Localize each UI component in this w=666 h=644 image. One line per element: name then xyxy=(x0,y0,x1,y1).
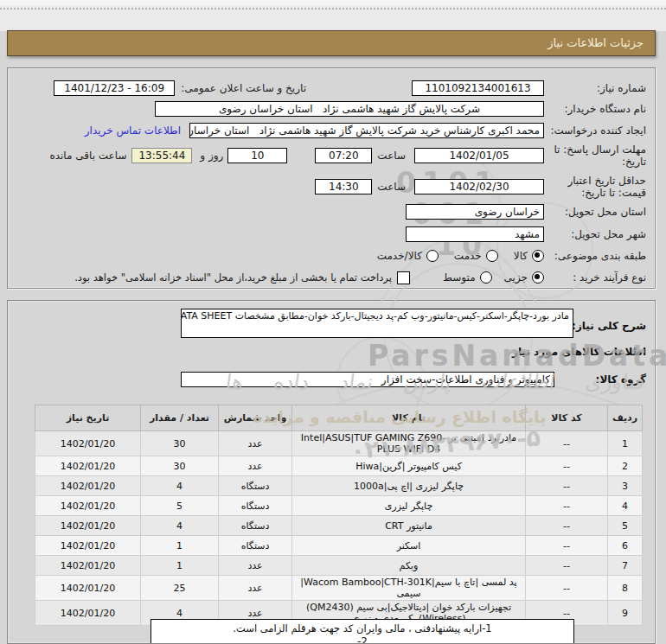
goods-group-field[interactable]: کامپیوتر و فناوری اطلاعات-سخت افزار xyxy=(181,372,554,387)
item-code-cell: -- xyxy=(526,431,608,456)
table-row: 2 -- کیس کامپیوتر |گرین|Hiwa عدد 30 1402… xyxy=(35,456,643,476)
need-date-cell: 1402/01/20 xyxy=(35,601,141,626)
province-field[interactable]: خراسان رضوی xyxy=(406,204,544,220)
medium-radio[interactable] xyxy=(480,271,492,284)
need-number-label: شماره نیاز: xyxy=(544,82,646,94)
radio-option-medium: متوسط xyxy=(443,271,492,284)
items-table: ردیف کد کالا نام کالا واحد شمارش تعداد /… xyxy=(35,405,643,626)
need-date-cell: 1402/01/20 xyxy=(35,576,141,601)
announce-datetime-field[interactable]: 1401/12/23 - 16:09 xyxy=(54,80,175,96)
deadline-row: مهلت ارسال پاسخ: تا تاریخ: 1402/01/05 سا… xyxy=(16,141,646,170)
need-number-field[interactable]: 1101092134001613 xyxy=(412,80,544,96)
deadline-date-field[interactable]: 1402/01/05 xyxy=(414,148,544,163)
top-strip xyxy=(0,0,666,31)
need-details-page: { "page": { "title": "جزئیات اطلاعات نیا… xyxy=(0,0,666,644)
table-row: 7 -- وبکم عدد 1 1402/01/20 xyxy=(35,556,643,576)
need-date-cell: 1402/01/20 xyxy=(35,431,141,456)
announce-datetime-label: تاریخ و ساعت اعلان عمومی: xyxy=(181,82,306,94)
creator-row: ایجاد کننده درخواست: محمد اکبری کارشناس … xyxy=(16,122,646,139)
radio-option-service: خدمت xyxy=(454,250,498,262)
item-name-cell: چاپگر لیزری |اچ پی|1000a xyxy=(292,476,526,496)
note-line-2: 2- xyxy=(151,635,573,644)
note-line-1: 1-ارایه پیشنهادفنی ، مالی وایران کد جهت … xyxy=(151,622,573,635)
unit-cell: دستگاه xyxy=(219,516,292,536)
table-row: 3 -- چاپگر لیزری |اچ پی|1000a دستگاه 4 1… xyxy=(35,476,643,496)
unit-cell: عدد xyxy=(219,576,292,601)
item-name-cell: مانیتور CRT xyxy=(292,516,526,536)
quantity-cell: 1 xyxy=(141,556,219,576)
quantity-cell: 1 xyxy=(141,536,219,556)
item-name-cell: مادربرد |مبتنی بر Intel|ASUS|TUF GAMING … xyxy=(292,431,526,456)
item-name-cell: پد لمسی |تاچ با سیم|Wacom Bamboo|CTH-301… xyxy=(292,576,526,601)
item-name-cell: چاپگر لیزری xyxy=(292,496,526,516)
service-radio-label: خدمت xyxy=(454,250,482,262)
quantity-cell: 5 xyxy=(141,496,219,516)
row-number-cell: 2 xyxy=(608,456,643,476)
city-field[interactable]: مشهد xyxy=(406,226,544,242)
buyer-field[interactable]: شرکت پالایش گاز شهید هاشمی نژاد استان خر… xyxy=(155,101,544,117)
unit-cell: عدد xyxy=(219,431,292,456)
hours-remaining-label: ساعت باقی مانده xyxy=(49,150,126,162)
page-title: جزئیات اطلاعات نیاز xyxy=(7,30,656,56)
unit-cell: عدد xyxy=(219,556,292,576)
col-item-code: کد کالا xyxy=(526,405,608,431)
dotted-divider xyxy=(0,8,666,10)
medium-radio-label: متوسط xyxy=(443,271,476,284)
quantity-cell: 4 xyxy=(141,516,219,536)
radio-option-goods-service: کالا/خدمت xyxy=(377,250,439,262)
items-table-body: 1 -- مادربرد |مبتنی بر Intel|ASUS|TUF GA… xyxy=(35,431,643,626)
days-label: روز و xyxy=(200,150,223,162)
need-date-cell: 1402/01/20 xyxy=(35,516,141,536)
need-date-cell: 1402/01/20 xyxy=(35,476,141,496)
quantity-cell: 25 xyxy=(141,576,219,601)
row-number-cell: 4 xyxy=(608,496,643,516)
goods-info-panel: شرح کلی نیاز: مادر بورد-چاپگر-اسکنر-کیس-… xyxy=(7,300,656,644)
unit-cell: عدد xyxy=(219,456,292,476)
service-radio[interactable] xyxy=(486,250,498,262)
subject-class-row: طبقه بندی موضوعی: کالا خدمت کالا/خدمت xyxy=(16,247,646,265)
goods-radio-label: کالا xyxy=(514,250,528,262)
table-row: 5 -- مانیتور CRT دستگاه 4 1402/01/20 xyxy=(35,516,643,536)
item-code-cell: -- xyxy=(526,516,608,536)
deadline-label: مهلت ارسال پاسخ: تا تاریخ: xyxy=(544,143,646,168)
need-description-label: شرح کلی نیاز: xyxy=(572,320,646,332)
purchase-process-label: نوع فرآیند خرید : xyxy=(544,271,646,284)
item-code-cell: -- xyxy=(526,496,608,516)
deadline-time-field[interactable]: 07:20 xyxy=(315,148,372,163)
subject-class-label: طبقه بندی موضوعی: xyxy=(544,250,646,262)
validity-time-field[interactable]: 14:30 xyxy=(315,179,372,194)
goods-radio[interactable] xyxy=(532,250,544,262)
creator-field[interactable]: محمد اکبری کارشناس خرید شرکت پالایش گاز … xyxy=(189,123,544,138)
quantity-cell: 4 xyxy=(141,476,219,496)
purchase-process-row: نوع فرآیند خرید : جزیی متوسط پرداخت تمام… xyxy=(16,269,646,286)
item-name-cell: اسکنر xyxy=(292,536,526,556)
minor-radio[interactable] xyxy=(532,271,544,284)
countdown-box: 13:55:44 xyxy=(131,148,192,163)
col-quantity: تعداد / مقدار xyxy=(141,405,219,431)
minor-radio-label: جزیی xyxy=(504,271,528,284)
item-name-cell: کیس کامپیوتر |گرین|Hiwa xyxy=(292,456,526,476)
row-number-cell: 3 xyxy=(608,476,643,496)
creator-label: ایجاد کننده درخواست: xyxy=(544,124,646,137)
buyer-contact-link[interactable]: اطلاعات تماس خریدار xyxy=(85,124,181,137)
city-label: شهر محل تحویل: xyxy=(544,228,646,240)
validity-date-field[interactable]: 1402/02/30 xyxy=(414,179,544,194)
row-number-cell: 5 xyxy=(608,516,643,536)
need-info-panel: شماره نیاز: 1101092134001613 تاریخ و ساع… xyxy=(7,67,656,289)
table-row: 8 -- پد لمسی |تاچ با سیم|Wacom Bamboo|CT… xyxy=(35,576,643,601)
need-date-cell: 1402/01/20 xyxy=(35,496,141,516)
treasury-checkbox[interactable] xyxy=(397,271,410,284)
need-date-cell: 1402/01/20 xyxy=(35,556,141,576)
goods-section-title: اطلاعات کالاهای مورد نیاز xyxy=(512,346,646,358)
province-label: استان محل تحویل: xyxy=(544,206,646,218)
item-name-cell: وبکم xyxy=(292,556,526,576)
need-number-row: شماره نیاز: 1101092134001613 تاریخ و ساع… xyxy=(16,80,646,97)
row-number-cell: 7 xyxy=(608,556,643,576)
row-number-cell: 6 xyxy=(608,536,643,556)
quantity-cell: 30 xyxy=(141,431,219,456)
goods-service-radio-label: کالا/خدمت xyxy=(377,250,422,262)
need-description-field[interactable]: مادر بورد-چاپگر-اسکنر-کیس-مانیتور-وب کم-… xyxy=(181,309,573,338)
row-number-cell: 8 xyxy=(608,576,643,601)
goods-service-radio[interactable] xyxy=(426,250,439,262)
days-remaining-field[interactable]: 10 xyxy=(227,148,287,163)
